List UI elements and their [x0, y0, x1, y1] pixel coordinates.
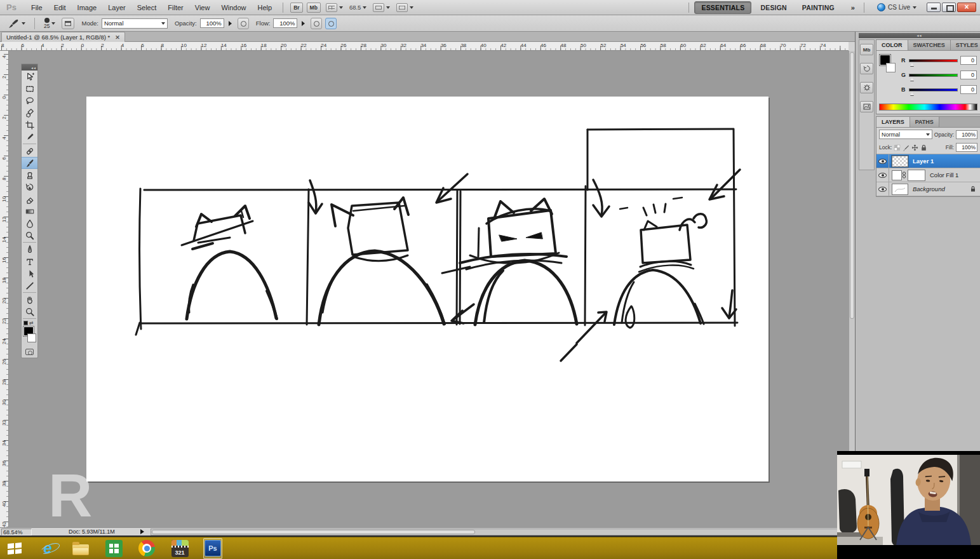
flow-slider-button[interactable] [302, 21, 307, 26]
menu-layer[interactable]: Layer [102, 1, 131, 14]
horizontal-ruler[interactable]: 8642024681012141618202224262830323436384… [0, 42, 849, 51]
layer-blend-mode-select[interactable]: Normal [879, 130, 932, 139]
layer-row[interactable]: Background [876, 182, 980, 196]
menu-help[interactable]: Help [252, 1, 278, 14]
scrollbar-thumb[interactable] [850, 52, 854, 319]
eyedropper-tool[interactable] [22, 131, 37, 143]
default-colors-icon[interactable] [23, 321, 28, 325]
zoom-tool[interactable] [22, 306, 37, 318]
launch-mini-bridge-button[interactable]: Mb [307, 3, 321, 13]
flow-field[interactable]: 100% [273, 18, 297, 28]
restore-button[interactable] [942, 3, 956, 12]
layers-tab-paths[interactable]: PATHS [910, 117, 939, 127]
layer-visibility-toggle[interactable] [876, 168, 889, 182]
menu-window[interactable]: Window [215, 1, 252, 14]
opacity-slider-button[interactable] [229, 21, 234, 26]
menu-view[interactable]: View [189, 1, 216, 14]
color-tab-swatches[interactable]: SWATCHES [908, 40, 951, 50]
taskbar-internet-explorer[interactable]: e [38, 539, 57, 558]
quick-mask-button[interactable] [22, 346, 37, 358]
minimize-button[interactable] [927, 3, 941, 12]
channel-value-b[interactable]: 0 [960, 85, 977, 94]
brush-tool[interactable] [22, 157, 37, 169]
tools-panel-header[interactable]: ◂◂ [22, 64, 37, 71]
background-color-swatch[interactable] [27, 333, 36, 342]
spot-healing-brush-tool[interactable] [22, 145, 37, 157]
move-tool[interactable] [22, 71, 37, 83]
document-size-info[interactable]: Doc: 5.93M/11.1M [69, 529, 115, 535]
tool-preset-picker[interactable] [7, 18, 25, 29]
layer-fill-field[interactable]: 100% [956, 143, 977, 152]
channel-slider-r[interactable] [909, 59, 958, 62]
workspace-overflow-button[interactable]: » [851, 4, 855, 11]
history-brush-tool[interactable] [22, 181, 37, 193]
menu-filter[interactable]: Filter [162, 1, 189, 14]
rectangular-marquee-tool[interactable] [22, 83, 37, 95]
history-panel-icon[interactable] [860, 63, 873, 74]
layer-visibility-toggle[interactable] [876, 182, 889, 196]
pen-tool[interactable] [22, 243, 37, 255]
tablet-opacity-toggle[interactable] [238, 18, 249, 29]
quick-selection-tool[interactable] [22, 107, 37, 119]
color-tab-color[interactable]: COLOR [876, 40, 908, 50]
opacity-field[interactable]: 100% [200, 18, 224, 28]
lock-all-icon[interactable] [920, 144, 927, 151]
lock-position-icon[interactable] [911, 144, 918, 151]
gradient-tool[interactable] [22, 205, 37, 217]
status-zoom-field[interactable]: 68.54% [1, 529, 32, 535]
layer-name[interactable]: Background [913, 185, 970, 192]
close-tab-icon[interactable]: ✕ [115, 34, 120, 41]
canvas[interactable] [86, 97, 769, 482]
toggle-brush-panel-button[interactable] [62, 18, 74, 29]
channel-slider-g[interactable] [909, 74, 958, 77]
lasso-tool[interactable] [22, 95, 37, 107]
background-color-swatch[interactable] [886, 63, 896, 72]
taskbar-media-player-321[interactable]: 321 [170, 539, 189, 558]
line-tool[interactable] [22, 280, 37, 292]
launch-bridge-button[interactable]: Br [290, 3, 302, 13]
layers-tab-layers[interactable]: LAYERS [876, 117, 910, 127]
mini-bridge-panel-icon[interactable]: Mb [860, 44, 873, 55]
scrollbar-thumb[interactable] [152, 530, 475, 534]
masks-panel-icon[interactable] [860, 101, 873, 112]
blend-mode-select[interactable]: Normal [102, 18, 168, 29]
taskbar-file-explorer[interactable] [71, 539, 90, 558]
layer-name[interactable]: Layer 1 [913, 158, 980, 165]
tablet-size-toggle[interactable] [325, 18, 337, 29]
path-selection-tool[interactable] [22, 267, 37, 280]
layer-thumbnail[interactable] [892, 184, 908, 195]
horizontal-scrollbar[interactable] [151, 529, 855, 535]
dodge-tool[interactable] [22, 229, 37, 241]
type-tool[interactable] [22, 255, 37, 267]
workspace-design[interactable]: DESIGN [754, 2, 793, 13]
adjustments-panel-icon[interactable] [860, 82, 873, 93]
taskbar-start[interactable] [5, 539, 24, 558]
layer-row[interactable]: Layer 1 [876, 154, 980, 168]
channel-value-g[interactable]: 0 [960, 71, 977, 79]
menu-edit[interactable]: Edit [48, 1, 72, 14]
zoom-level-control[interactable]: 68.5 [349, 4, 367, 11]
hand-tool[interactable] [22, 293, 37, 306]
fill-layer-thumbnail[interactable] [892, 170, 902, 180]
layer-name[interactable]: Color Fill 1 [930, 172, 980, 178]
taskbar-photoshop[interactable]: Ps [203, 539, 222, 558]
status-menu-button[interactable] [140, 529, 147, 534]
layer-thumbnail[interactable] [892, 156, 908, 167]
screen-mode-button[interactable] [396, 3, 413, 12]
color-spectrum-ramp[interactable] [879, 104, 977, 111]
menu-file[interactable]: File [25, 1, 48, 14]
clone-stamp-tool[interactable] [22, 169, 37, 181]
document-tab[interactable]: Untitled-1 @ 68.5% (Layer 1, RGB/8) * ✕ [1, 32, 125, 42]
layer-mask-thumbnail[interactable] [908, 170, 925, 181]
view-extras-button[interactable] [326, 3, 343, 12]
crop-tool[interactable] [22, 119, 37, 131]
channel-slider-b[interactable] [909, 88, 958, 91]
channel-value-r[interactable]: 0 [960, 56, 977, 65]
airbrush-toggle[interactable] [311, 18, 322, 29]
arrange-documents-button[interactable] [373, 3, 390, 12]
swap-colors-icon[interactable]: ⇄ [29, 320, 34, 326]
taskbar-green-app[interactable] [104, 539, 123, 558]
eraser-tool[interactable] [22, 193, 37, 205]
menu-image[interactable]: Image [72, 1, 103, 14]
vertical-ruler[interactable]: 4202468101214161820222426283032343638404… [0, 51, 9, 527]
